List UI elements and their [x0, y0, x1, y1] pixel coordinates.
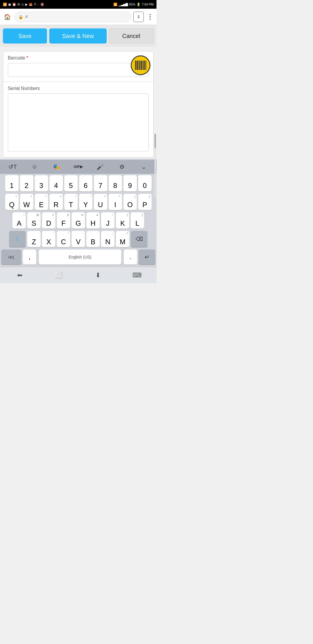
- battery-icon: 🔋: [137, 3, 141, 6]
- svg-rect-5: [141, 61, 141, 70]
- key-f[interactable]: $F: [57, 212, 70, 229]
- space-button[interactable]: English (US): [39, 249, 121, 265]
- bottom-row: !#1 , English (US) . ↵: [0, 248, 156, 267]
- cancel-button[interactable]: Cancel: [109, 28, 154, 44]
- key-r[interactable]: =R: [50, 194, 63, 210]
- battery-percent: 55%: [129, 3, 135, 6]
- barcode-section: Barcode *: [3, 51, 153, 82]
- scrollbar-thumb[interactable]: [154, 134, 156, 148]
- svg-rect-6: [141, 61, 142, 70]
- serial-numbers-section: Serial Numbers: [3, 82, 153, 157]
- key-z[interactable]: -Z: [27, 231, 41, 247]
- keyboard-nav-button[interactable]: ⌨: [128, 268, 146, 282]
- save-new-button[interactable]: Save & New: [49, 28, 107, 44]
- barcode-svg: [134, 59, 147, 72]
- translate-button[interactable]: ↺T: [6, 161, 19, 172]
- svg-rect-4: [139, 61, 140, 70]
- key-5[interactable]: 5: [64, 175, 78, 191]
- firefox-icon: 🦊: [29, 3, 33, 6]
- zxcv-row: ⇧ -Z 'X "C ·V 'B ;N ?M ⌫: [0, 229, 156, 248]
- key-i[interactable]: >I: [109, 194, 122, 210]
- save-button[interactable]: Save: [3, 28, 47, 44]
- key-s[interactable]: @S: [27, 212, 41, 229]
- signal-wifi-icon: 📶: [113, 3, 117, 6]
- svg-rect-0: [135, 61, 136, 70]
- key-y[interactable]: -Y: [79, 194, 92, 210]
- svg-rect-3: [139, 61, 139, 70]
- hide-keyboard-button[interactable]: ⌄: [137, 161, 150, 172]
- url-bar[interactable]: 🔒 //: [14, 12, 131, 22]
- key-l[interactable]: )L: [131, 212, 144, 229]
- key-u[interactable]: <U: [94, 194, 107, 210]
- svg-rect-7: [143, 61, 143, 70]
- mic-button[interactable]: 🎤: [94, 161, 106, 172]
- key-9[interactable]: 9: [123, 175, 137, 191]
- key-e[interactable]: ÷E: [35, 194, 48, 210]
- navigation-bar: ⬅ ⬜ ⬇ ⌨: [0, 267, 156, 283]
- key-h[interactable]: &H: [86, 212, 100, 229]
- key-p[interactable]: ]P: [138, 194, 152, 210]
- dots2-icon: ··: [37, 3, 39, 6]
- symbol-button[interactable]: !#1: [1, 249, 21, 265]
- svg-rect-10: [146, 61, 146, 70]
- menu-button[interactable]: [146, 13, 154, 21]
- key-comma[interactable]: ,: [23, 249, 36, 265]
- sticker-button[interactable]: 🎭: [50, 161, 63, 172]
- key-n[interactable]: ;N: [101, 231, 114, 247]
- svg-rect-1: [136, 61, 137, 70]
- key-t[interactable]: /T: [64, 194, 78, 210]
- url-text: //: [26, 15, 28, 19]
- barcode-label: Barcode *: [8, 55, 149, 61]
- home-button[interactable]: 🏠: [2, 12, 12, 22]
- menu-dot-2: [150, 16, 151, 17]
- warning-icon: ⚠: [21, 3, 24, 6]
- key-1[interactable]: 1: [5, 175, 19, 191]
- key-x[interactable]: 'X: [42, 231, 55, 247]
- key-g[interactable]: %G: [72, 212, 85, 229]
- key-a[interactable]: !A: [12, 212, 26, 229]
- key-o[interactable]: [O: [123, 194, 137, 210]
- home-nav-button[interactable]: ⬜: [50, 268, 68, 282]
- barcode-input[interactable]: [8, 63, 149, 77]
- back-button[interactable]: ⬅: [11, 268, 28, 282]
- key-period[interactable]: .: [124, 249, 137, 265]
- number-row: 1 2 3 4 5 6 7 8 9 0: [0, 174, 156, 192]
- required-indicator: *: [26, 55, 28, 60]
- serial-numbers-input[interactable]: [8, 93, 149, 151]
- tab-count-button[interactable]: 2: [133, 12, 144, 22]
- key-d[interactable]: #D: [42, 212, 55, 229]
- mute-icon: 🔇: [40, 3, 44, 6]
- key-b[interactable]: 'B: [86, 231, 100, 247]
- clock-icon: ⏰: [12, 3, 16, 6]
- scrollbar[interactable]: [154, 134, 156, 198]
- gif-button[interactable]: GIF▶: [72, 161, 85, 172]
- key-w[interactable]: ×W: [20, 194, 33, 210]
- emoji-button[interactable]: ☺: [28, 161, 41, 172]
- delete-button[interactable]: ⌫: [131, 231, 148, 247]
- key-6[interactable]: 6: [79, 175, 92, 191]
- shift-button[interactable]: ⇧: [9, 231, 26, 247]
- down-button[interactable]: ⬇: [89, 268, 107, 282]
- menu-dot-1: [150, 14, 151, 15]
- key-q[interactable]: +Q: [5, 194, 19, 210]
- enter-button[interactable]: ↵: [139, 249, 155, 265]
- key-3[interactable]: 3: [35, 175, 48, 191]
- barcode-scan-button[interactable]: [131, 55, 150, 75]
- action-buttons-bar: Save Save & New Cancel: [0, 25, 156, 47]
- key-2[interactable]: 2: [20, 175, 33, 191]
- menu-dot-3: [150, 19, 151, 20]
- lock-icon: 🔒: [18, 15, 23, 19]
- key-0[interactable]: 0: [138, 175, 152, 191]
- key-j[interactable]: *J: [101, 212, 114, 229]
- key-c[interactable]: "C: [57, 231, 70, 247]
- key-7[interactable]: 7: [94, 175, 107, 191]
- wifi-icon: 📶: [3, 3, 7, 6]
- time-display: 7:04 PM: [142, 3, 154, 6]
- settings-button[interactable]: ⚙: [116, 161, 128, 172]
- keyboard-toolbar: ↺T ☺ 🎭 GIF▶ 🎤 ⚙ ⌄: [0, 160, 156, 174]
- key-4[interactable]: 4: [50, 175, 63, 191]
- key-8[interactable]: 8: [109, 175, 122, 191]
- key-v[interactable]: ·V: [72, 231, 85, 247]
- key-k[interactable]: (K: [116, 212, 129, 229]
- key-m[interactable]: ?M: [116, 231, 129, 247]
